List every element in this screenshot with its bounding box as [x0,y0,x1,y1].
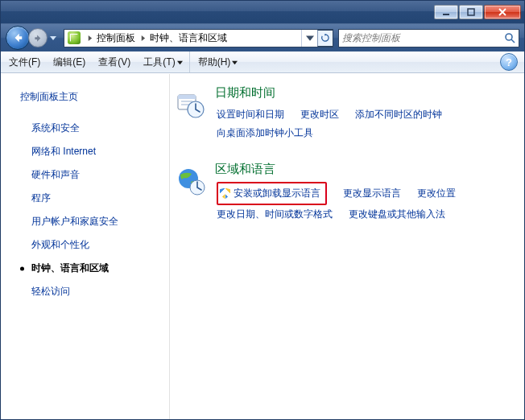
search-input[interactable] [342,32,504,43]
task-link-label: 更改时区 [300,108,339,121]
sidebar-item[interactable]: 系统和安全 [20,117,159,140]
sidebar-item[interactable]: 外观和个性化 [20,233,159,257]
section-title-datetime[interactable]: 日期和时间 [215,85,508,101]
menu-file[interactable]: 文件(F) [2,51,47,72]
region-language-icon [175,162,207,224]
task-link[interactable]: 设置时间和日期 [217,105,284,124]
search-icon[interactable] [504,32,515,43]
refresh-button[interactable] [317,30,333,47]
chevron-right-icon[interactable] [137,30,148,47]
menu-view[interactable]: 查看(V) [92,51,137,72]
breadcrumb-level-2[interactable]: 时钟、语言和区域 [148,30,229,47]
back-button[interactable] [6,26,30,50]
task-link[interactable]: 更改键盘或其他输入法 [349,205,445,224]
task-link-label: 更改键盘或其他输入法 [349,208,445,221]
svg-point-2 [506,34,512,40]
control-panel-icon [68,31,81,44]
menu-view-label: 查看(V) [98,56,130,69]
content-area: 日期和时间 设置时间和日期更改时区添加不同时区的时钟向桌面添加时钟小工具 [170,74,524,419]
menu-help[interactable]: 帮助(H) [192,51,245,72]
breadcrumb-level-1[interactable]: 控制面板 [95,30,137,47]
uac-shield-icon [220,188,230,200]
minimize-button[interactable] [434,5,458,19]
body: 控制面板主页 系统和安全网络和 Internet硬件和声音程序用户帐户和家庭安全… [1,73,524,419]
svg-rect-4 [178,95,196,99]
maximize-button[interactable] [459,5,483,19]
task-link[interactable]: 添加不同时区的时钟 [355,105,442,124]
nav-buttons [6,26,59,50]
task-link[interactable]: 更改位置 [417,182,456,205]
sidebar-list: 系统和安全网络和 Internet硬件和声音程序用户帐户和家庭安全外观和个性化时… [20,117,159,303]
address-dropdown[interactable] [301,30,317,47]
help-icon[interactable]: ? [500,53,518,71]
task-link[interactable]: 更改显示语言 [343,182,401,205]
control-panel-home-link[interactable]: 控制面板主页 [20,90,159,104]
datetime-icon [175,85,207,142]
sidebar-item[interactable]: 网络和 Internet [20,140,159,163]
menu-edit[interactable]: 编辑(E) [47,51,92,72]
menu-help-label: 帮助(H) [198,56,231,69]
chevron-down-icon [177,56,183,68]
control-panel-window: 控制面板 时钟、语言和区域 文件(F) 编辑(E) 查看(V) 工具(T) 帮助… [0,0,525,420]
menu-tools[interactable]: 工具(T) [137,51,189,72]
section-title-region-language[interactable]: 区域和语言 [215,162,508,177]
task-link-label: 更改位置 [417,187,456,200]
chevron-right-icon[interactable] [84,30,95,47]
chevron-down-icon [232,56,238,68]
sidebar-item[interactable]: 程序 [20,187,159,210]
forward-button[interactable] [28,28,48,47]
menu-edit-label: 编辑(E) [53,56,85,69]
links-datetime: 设置时间和日期更改时区添加不同时区的时钟向桌面添加时钟小工具 [215,105,508,142]
sidebar: 控制面板主页 系统和安全网络和 Internet硬件和声音程序用户帐户和家庭安全… [1,74,170,419]
section-datetime: 日期和时间 设置时间和日期更改时区添加不同时区的时钟向桌面添加时钟小工具 [175,85,508,142]
svg-rect-1 [468,9,474,15]
task-link-label: 向桌面添加时钟小工具 [217,126,313,140]
links-region-language: 安装或卸载显示语言更改显示语言更改位置更改日期、时间或数字格式更改键盘或其他输入… [215,182,508,224]
close-button[interactable] [484,5,521,19]
sidebar-item[interactable]: 用户帐户和家庭安全 [20,210,159,233]
sidebar-item[interactable]: 时钟、语言和区域 [20,257,159,280]
task-link[interactable]: 更改时区 [300,105,339,124]
task-link[interactable]: 向桌面添加时钟小工具 [217,124,313,142]
task-link-label: 更改日期、时间或数字格式 [217,208,333,221]
task-link-label: 设置时间和日期 [217,108,284,121]
task-link-label: 安装或卸载显示语言 [234,187,320,200]
task-link-label: 添加不同时区的时钟 [355,108,442,121]
address-bar[interactable]: 控制面板 时钟、语言和区域 [64,29,333,47]
highlighted-link: 安装或卸载显示语言 [217,182,327,205]
task-link-label: 更改显示语言 [343,187,401,200]
svg-rect-0 [443,14,449,15]
nav-history-dropdown[interactable] [48,28,59,47]
sidebar-item[interactable]: 硬件和声音 [20,163,159,187]
nav-bar: 控制面板 时钟、语言和区域 [1,23,524,51]
task-link[interactable]: 安装或卸载显示语言 [220,184,320,203]
sidebar-item[interactable]: 轻松访问 [20,280,159,303]
search-box[interactable] [338,29,519,47]
menu-tools-label: 工具(T) [143,56,175,69]
task-link[interactable]: 更改日期、时间或数字格式 [217,205,333,224]
section-region-language: 区域和语言 安装或卸载显示语言更改显示语言更改位置更改日期、时间或数字格式更改键… [175,162,508,224]
titlebar [1,1,524,23]
menu-bar: 文件(F) 编辑(E) 查看(V) 工具(T) 帮助(H) ? [1,51,524,73]
menu-file-label: 文件(F) [9,56,40,69]
